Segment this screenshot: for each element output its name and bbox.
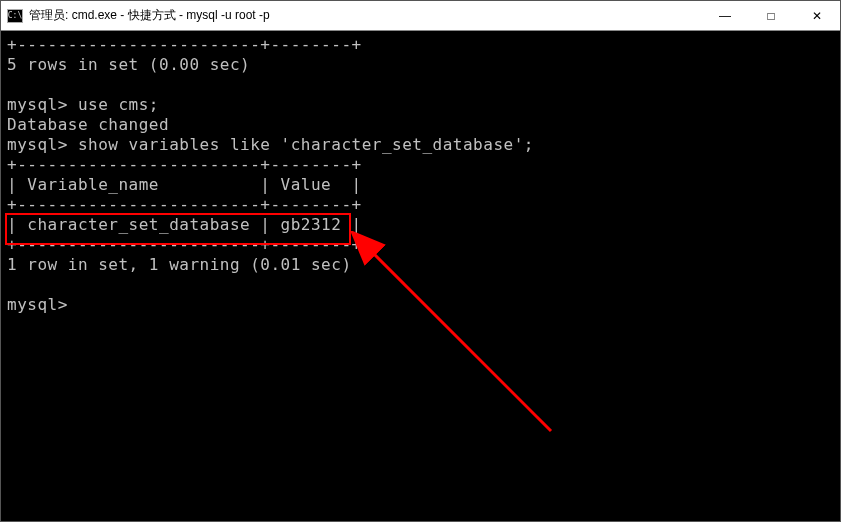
maximize-button[interactable]: □ <box>748 1 794 30</box>
output-line: Database changed <box>7 115 169 134</box>
prompt: mysql> <box>7 295 68 314</box>
table-border: +------------------------+--------+ <box>7 235 362 254</box>
cmd-window: C:\ 管理员: cmd.exe - 快捷方式 - mysql -u root … <box>0 0 841 522</box>
table-border: +------------------------+--------+ <box>7 195 362 214</box>
cmd-icon: C:\ <box>7 9 23 23</box>
output-line: +------------------------+--------+ <box>7 35 362 54</box>
table-row: | character_set_database | gb2312 | <box>7 215 362 234</box>
command-text: use cms; <box>68 95 159 114</box>
prompt: mysql> <box>7 135 68 154</box>
command-text: show variables like 'character_set_datab… <box>68 135 534 154</box>
prompt: mysql> <box>7 95 68 114</box>
terminal-area[interactable]: +------------------------+--------+ 5 ro… <box>1 31 840 521</box>
close-button[interactable]: ✕ <box>794 1 840 30</box>
minimize-button[interactable]: — <box>702 1 748 30</box>
annotation-arrow-icon <box>351 231 571 451</box>
table-border: +------------------------+--------+ <box>7 155 362 174</box>
svg-line-1 <box>371 251 551 431</box>
table-header: | Variable_name | Value | <box>7 175 362 194</box>
titlebar[interactable]: C:\ 管理员: cmd.exe - 快捷方式 - mysql -u root … <box>1 1 840 31</box>
output-line: 1 row in set, 1 warning (0.01 sec) <box>7 255 352 274</box>
window-title: 管理员: cmd.exe - 快捷方式 - mysql -u root -p <box>29 7 702 24</box>
window-controls: — □ ✕ <box>702 1 840 30</box>
output-line: 5 rows in set (0.00 sec) <box>7 55 250 74</box>
